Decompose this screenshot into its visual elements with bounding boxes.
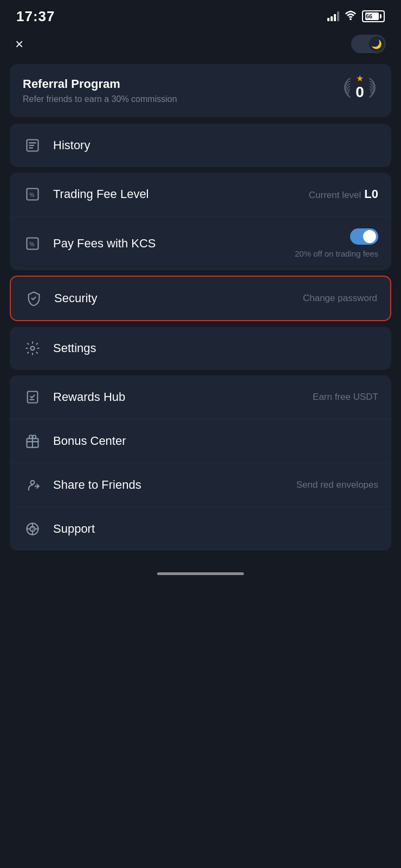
bonus-center-label: Bonus Center (53, 434, 374, 448)
referral-title: Referral Program (23, 77, 177, 91)
theme-toggle[interactable]: 🌙 (351, 35, 386, 53)
rewards-hub-item[interactable]: Rewards Hub Earn free USDT (10, 375, 391, 419)
section-rewards: Rewards Hub Earn free USDT Bonus Center (10, 375, 391, 551)
section-history: History (10, 124, 391, 167)
support-item[interactable]: ? Support (10, 507, 391, 551)
share-friends-right: Send red envelopes (296, 480, 378, 490)
rewards-hub-label: Rewards Hub (53, 390, 308, 404)
moon-icon: 🌙 (369, 36, 384, 52)
history-item[interactable]: History (10, 124, 391, 167)
close-button[interactable]: × (15, 37, 23, 51)
bottom-bar (0, 561, 401, 584)
svg-text:%: % (29, 240, 34, 247)
history-label: History (53, 138, 378, 152)
pay-fees-label: Pay Fees with KCS (53, 237, 295, 251)
settings-item[interactable]: Settings (10, 327, 391, 370)
support-icon: ? (23, 519, 42, 539)
share-friends-item[interactable]: Share to Friends Send red envelopes (10, 463, 391, 507)
svg-text:%: % (29, 192, 34, 198)
pay-fees-toggle-area: 20% off on trading fees (295, 228, 378, 258)
laurel-container: ★ 0 (341, 78, 378, 104)
trading-fee-icon: % (23, 184, 42, 204)
header-bar: × 🌙 (0, 29, 401, 62)
wifi-icon (345, 10, 357, 23)
svg-text:?: ? (31, 526, 35, 533)
rewards-hub-icon (23, 387, 42, 407)
support-label: Support (53, 522, 374, 536)
status-time: 17:37 (16, 8, 55, 25)
security-label: Security (54, 291, 299, 305)
svg-point-13 (31, 481, 35, 484)
settings-label: Settings (53, 341, 378, 355)
trading-fee-level: Current level L0 (309, 187, 378, 201)
trading-fee-item[interactable]: % Trading Fee Level Current level L0 (10, 173, 391, 216)
settings-icon (23, 339, 42, 358)
home-indicator (157, 572, 244, 575)
bonus-center-icon (23, 431, 42, 451)
status-icons: 66 (327, 10, 385, 23)
referral-text: Referral Program Refer friends to earn a… (23, 77, 177, 104)
security-item[interactable]: Security Change password (11, 277, 390, 320)
status-bar: 17:37 66 (0, 0, 401, 29)
share-friends-label: Share to Friends (53, 478, 292, 492)
battery-icon: 66 (362, 10, 385, 22)
referral-card[interactable]: Referral Program Refer friends to earn a… (10, 64, 391, 117)
section-trading: % Trading Fee Level Current level L0 % P… (10, 173, 391, 270)
referral-badge: ★ 0 (341, 78, 378, 104)
bonus-center-item[interactable]: Bonus Center (10, 419, 391, 463)
pay-fees-item[interactable]: % Pay Fees with KCS 20% off on trading f… (10, 216, 391, 270)
svg-point-0 (350, 18, 352, 20)
pay-fees-toggle-label: 20% off on trading fees (295, 249, 378, 258)
security-icon (24, 289, 43, 308)
rewards-hub-right: Earn free USDT (313, 392, 378, 403)
referral-subtitle: Refer friends to earn a 30% commission (23, 94, 177, 104)
share-friends-icon (23, 475, 42, 495)
section-settings: Settings (10, 327, 391, 370)
security-right-text: Change password (303, 293, 377, 304)
pay-fees-toggle[interactable] (350, 228, 378, 245)
pay-fees-icon: % (23, 234, 42, 253)
signal-icon (327, 11, 339, 21)
svg-point-9 (31, 347, 35, 350)
history-icon (23, 136, 42, 155)
laurel-right-icon (361, 78, 378, 104)
trading-fee-label: Trading Fee Level (53, 187, 305, 201)
security-section: Security Change password (10, 276, 391, 321)
